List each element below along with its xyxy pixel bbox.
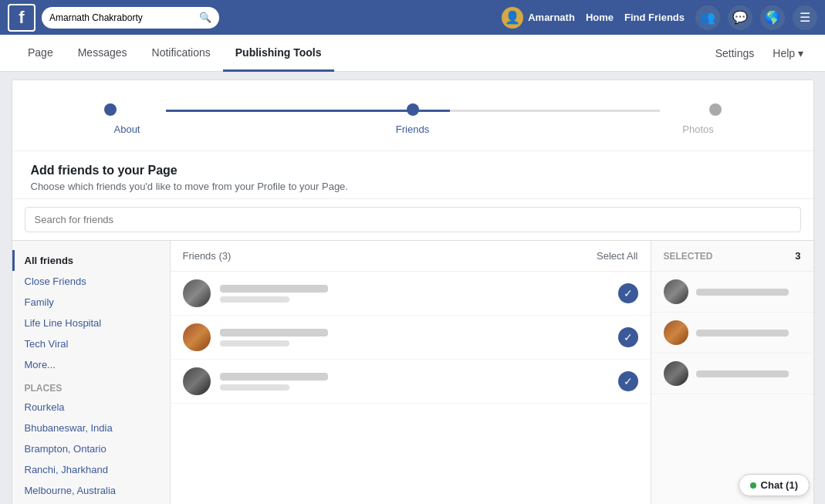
progress-label-photos: Photos: [675, 123, 722, 135]
search-row: [12, 199, 813, 241]
friend-name-bar2-1: [220, 296, 289, 303]
tab-right-actions: Settings Help ▾: [709, 36, 810, 70]
selected-avatar-1: [664, 279, 688, 304]
add-friends-header: Add friends to your Page Choose which fr…: [12, 151, 813, 199]
search-bar[interactable]: 🔍: [42, 7, 219, 29]
chat-label: Chat (1): [761, 479, 798, 491]
settings-icon-btn[interactable]: ☰: [793, 5, 817, 30]
friends-sidebar: All friends Close Friends Family Life Li…: [12, 241, 171, 504]
sidebar-item-close-friends[interactable]: Close Friends: [12, 271, 170, 292]
selected-name-bar-1: [696, 289, 789, 296]
progress-label-friends: Friends: [390, 123, 436, 135]
sidebar-item-melbourne[interactable]: Melbourne, Australia: [12, 480, 170, 501]
friend-item-1[interactable]: ✓: [171, 272, 651, 316]
selected-header: SELECTED 3: [651, 241, 813, 272]
progress-dot-photos: [709, 103, 722, 116]
sidebar-item-tech-viral[interactable]: Tech Viral: [12, 333, 170, 354]
friend-name-bar-1: [220, 285, 328, 293]
friend-name-bar2-3: [220, 384, 289, 391]
messages-icon-btn[interactable]: 💬: [728, 5, 752, 30]
nav-home[interactable]: Home: [586, 12, 614, 23]
add-friends-title: Add friends to your Page: [31, 164, 795, 178]
nav-user[interactable]: 👤 Amarnath: [502, 7, 575, 29]
select-all-button[interactable]: Select All: [597, 250, 637, 262]
friends-panel: All friends Close Friends Family Life Li…: [12, 241, 813, 504]
sidebar-item-rourkela[interactable]: Rourkela: [12, 397, 170, 418]
selected-item-1: [651, 272, 813, 313]
friends-list-header: Friends (3) Select All: [171, 241, 651, 272]
friends-icon-btn[interactable]: 👥: [695, 5, 720, 30]
selected-count: 3: [795, 250, 800, 262]
friend-name-bar2-2: [220, 340, 289, 347]
selected-avatar-2: [664, 320, 688, 345]
sidebar-item-life-line[interactable]: Life Line Hospital: [12, 313, 170, 333]
search-input[interactable]: [49, 12, 199, 23]
friend-name-bar-2: [220, 329, 328, 337]
friend-check-2[interactable]: ✓: [618, 327, 638, 347]
friend-check-1[interactable]: ✓: [618, 283, 638, 303]
nav-icons: 👥 💬 🌎 ☰: [695, 5, 817, 30]
selected-name-bar-3: [696, 370, 789, 377]
search-icon: 🔍: [199, 12, 211, 23]
progress-section: About Friends Photos: [12, 80, 813, 151]
sidebar-item-more[interactable]: More...: [12, 354, 170, 375]
tab-notifications[interactable]: Notifications: [140, 36, 223, 72]
tab-publishing-tools[interactable]: Publishing Tools: [223, 36, 334, 72]
nav-find-friends[interactable]: Find Friends: [624, 12, 685, 23]
friend-check-3[interactable]: ✓: [618, 371, 638, 391]
selected-panel: SELECTED 3: [651, 241, 813, 504]
friend-item-2[interactable]: ✓: [171, 316, 651, 360]
outer-wrapper: About Friends Photos Add friends to your…: [0, 72, 825, 504]
friend-avatar-2: [183, 323, 211, 351]
friend-name-1: [220, 285, 618, 303]
sidebar-item-family[interactable]: Family: [12, 292, 170, 313]
user-name: Amarnath: [528, 12, 575, 23]
nav-right: 👤 Amarnath Home Find Friends 👥 💬 🌎 ☰: [502, 5, 817, 30]
chat-bubble[interactable]: Chat (1): [739, 474, 810, 496]
tab-messages[interactable]: Messages: [66, 36, 140, 72]
settings-link[interactable]: Settings: [709, 36, 761, 70]
friend-name-bar-3: [220, 373, 328, 381]
top-nav: f 🔍 👤 Amarnath Home Find Friends 👥 💬 🌎 ☰: [0, 0, 825, 35]
sidebar-item-ranchi[interactable]: Ranchi, Jharkhand: [12, 459, 170, 480]
selected-label: SELECTED: [664, 251, 713, 262]
selected-item-2: [651, 313, 813, 353]
facebook-logo: f: [8, 4, 36, 32]
friend-avatar-3: [183, 367, 211, 395]
selected-name-bar-2: [696, 330, 789, 337]
page-tabs: Page Messages Notifications Publishing T…: [0, 35, 825, 72]
friends-count: Friends (3): [183, 250, 232, 262]
places-label: Places: [12, 375, 170, 397]
friend-name-3: [220, 373, 618, 391]
search-friends-input[interactable]: [25, 207, 801, 232]
notifications-icon-btn[interactable]: 🌎: [760, 5, 785, 30]
progress-labels: About Friends Photos: [104, 123, 722, 135]
help-link[interactable]: Help ▾: [766, 36, 810, 70]
tab-page[interactable]: Page: [15, 36, 66, 72]
chat-dot: [750, 482, 756, 489]
sidebar-item-bhubaneswar[interactable]: Bhubaneswar, India: [12, 418, 170, 438]
friends-list-panel: Friends (3) Select All ✓: [171, 241, 651, 504]
main-card: About Friends Photos Add friends to your…: [12, 79, 814, 504]
progress-label-about: About: [104, 123, 150, 135]
selected-item-3: [651, 353, 813, 394]
friend-avatar-1: [183, 279, 211, 307]
progress-dot-about: [104, 103, 117, 116]
friend-item-3[interactable]: ✓: [171, 360, 651, 404]
selected-avatar-3: [664, 361, 688, 386]
add-friends-subtitle: Choose which friends you'd like to move …: [31, 181, 795, 192]
sidebar-item-all-friends[interactable]: All friends: [12, 250, 170, 271]
sidebar-item-brampton[interactable]: Brampton, Ontario: [12, 438, 170, 459]
user-avatar: 👤: [502, 7, 523, 29]
progress-dot-friends: [407, 103, 419, 116]
friend-name-2: [220, 329, 618, 347]
